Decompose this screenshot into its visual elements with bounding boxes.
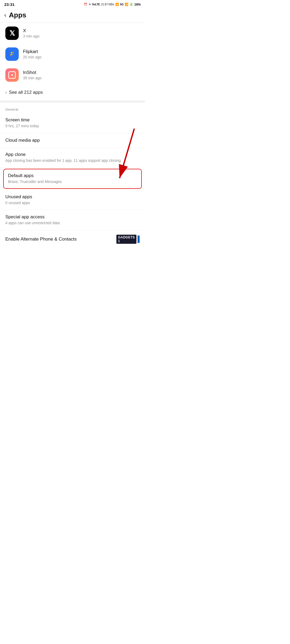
list-item[interactable]: 𝕏 X 3 min ago [0, 23, 145, 44]
flipkart-app-icon [5, 47, 19, 61]
special-app-access-item[interactable]: Special app access 4 apps can use unrest… [0, 210, 145, 230]
cloud-media-item[interactable]: Cloud media app [0, 133, 145, 148]
volte-icon: VoLTE [92, 3, 100, 6]
general-section: General Screen time 9 hrs, 27 mins today… [0, 103, 145, 248]
section-divider [0, 100, 145, 103]
app-info: X 3 min ago [23, 28, 140, 38]
header: ‹ Apps [0, 8, 145, 23]
battery-icon: 🔋 [129, 3, 133, 6]
unused-apps-item[interactable]: Unused apps 0 unused apps [0, 190, 145, 210]
x-app-icon: 𝕏 [5, 27, 19, 40]
see-all-apps-button[interactable]: › See all 212 apps [0, 85, 145, 100]
setting-title: Screen time [5, 117, 140, 123]
page-title: Apps [9, 11, 26, 19]
app-list: 𝕏 X 3 min ago Flipkart 20 min ago InShot… [0, 23, 145, 100]
watermark-bar [138, 235, 140, 243]
default-apps-item[interactable]: Default apps Brave, Truecaller and Messa… [3, 169, 142, 189]
watermark-label: GADGETS1 [116, 235, 136, 244]
battery-percent: 16% [134, 3, 141, 6]
5g-icon: 5G [120, 3, 124, 6]
chevron-right-icon: › [5, 90, 7, 95]
signal-icon: 📶 [115, 3, 119, 6]
setting-title: App clone [5, 152, 140, 157]
see-all-label: See all 212 apps [9, 90, 43, 95]
list-item[interactable]: InShot 35 min ago [0, 65, 145, 85]
list-item[interactable]: Flipkart 20 min ago [0, 44, 145, 65]
app-name: X [23, 28, 140, 33]
setting-subtitle: 9 hrs, 27 mins today [5, 123, 140, 129]
app-clone-item[interactable]: App clone App cloning has been enabled f… [0, 148, 145, 168]
screen-time-item[interactable]: Screen time 9 hrs, 27 mins today [0, 113, 145, 133]
setting-title: Default apps [8, 173, 137, 178]
bluetooth-icon: ✳ [89, 3, 91, 6]
app-time: 3 min ago [23, 34, 140, 38]
alternate-phone-item[interactable]: Enable Alternate Phone & Contacts GADGET… [0, 230, 145, 248]
app-info: Flipkart 20 min ago [23, 49, 140, 59]
status-bar: 23:31 ⏰ ✳ VoLTE 21.87 KB/s 📶 5G 📶 🔋 16% [0, 0, 145, 8]
alarm-icon: ⏰ [84, 3, 87, 6]
watermark: GADGETS1 [116, 235, 140, 244]
network-speed: 21.87 KB/s [101, 3, 114, 6]
app-time: 20 min ago [23, 55, 140, 59]
back-button[interactable]: ‹ [4, 12, 6, 18]
section-label: General [0, 103, 145, 113]
setting-title: Cloud media app [5, 138, 140, 143]
app-name: InShot [23, 70, 140, 75]
app-name: Flipkart [23, 49, 140, 54]
setting-subtitle: Brave, Truecaller and Messages [8, 179, 137, 185]
setting-title: Enable Alternate Phone & Contacts [5, 237, 77, 242]
setting-subtitle: App cloning has been enabled for 1 app. … [5, 158, 140, 163]
app-info: InShot 35 min ago [23, 70, 140, 80]
signal2-icon: 📶 [125, 3, 128, 6]
setting-title: Unused apps [5, 194, 140, 200]
setting-title: Special app access [5, 214, 140, 220]
setting-subtitle: 4 apps can use unrestricted data [5, 220, 140, 226]
inshot-app-icon [5, 68, 19, 82]
status-icons: ⏰ ✳ VoLTE 21.87 KB/s 📶 5G 📶 🔋 16% [84, 3, 141, 6]
app-time: 35 min ago [23, 76, 140, 80]
arrow-container: Default apps Brave, Truecaller and Messa… [0, 169, 145, 189]
setting-subtitle: 0 unused apps [5, 200, 140, 206]
status-time: 23:31 [4, 2, 14, 7]
